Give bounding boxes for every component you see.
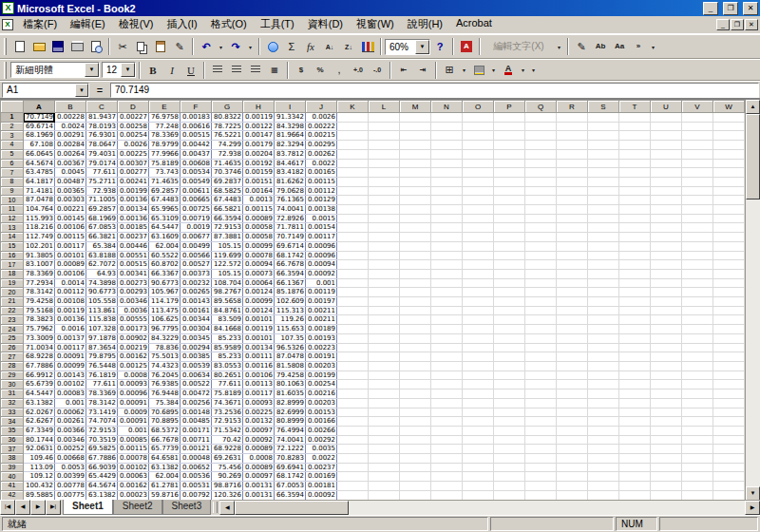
cell-A15[interactable]: 102.201	[24, 241, 55, 251]
cell-U2[interactable]	[651, 122, 682, 131]
new-workbook-button[interactable]	[10, 37, 29, 56]
cell-F6[interactable]: 0.00608	[180, 159, 212, 168]
cell-O9[interactable]	[463, 186, 494, 196]
cell-E39[interactable]: 63.1382	[149, 463, 180, 472]
column-header-L[interactable]: L	[369, 101, 400, 113]
cell-L16[interactable]	[369, 251, 400, 260]
cell-J29[interactable]: 0.00199	[306, 370, 337, 380]
cell-R34[interactable]	[557, 417, 588, 427]
cell-I42[interactable]: 66.3594	[275, 490, 306, 500]
cell-W42[interactable]	[713, 490, 745, 500]
cell-G2[interactable]: 78.7225	[212, 122, 243, 131]
cell-S16[interactable]	[588, 251, 619, 260]
cell-L34[interactable]	[369, 417, 400, 427]
cell-A27[interactable]: 68.9228	[24, 352, 55, 362]
cell-G21[interactable]: 89.5658	[212, 297, 243, 307]
cell-V21[interactable]	[682, 297, 713, 307]
cell-L14[interactable]	[369, 233, 400, 242]
row-header-36[interactable]: 36	[1, 435, 24, 445]
cell-F16[interactable]: 0.00566	[180, 251, 212, 260]
cell-F31[interactable]: 0.00472	[180, 390, 212, 399]
cell-U9[interactable]	[651, 186, 682, 196]
cell-T38[interactable]	[619, 454, 651, 464]
cell-E16[interactable]: 60.5522	[149, 251, 180, 260]
cell-M18[interactable]	[400, 269, 431, 278]
cell-H15[interactable]: 0.00099	[243, 241, 275, 251]
cell-K38[interactable]	[337, 454, 369, 464]
cell-B27[interactable]: 0.00091	[55, 352, 86, 362]
cell-V3[interactable]	[682, 131, 713, 141]
cell-H36[interactable]: 0.00092	[243, 435, 275, 445]
cell-V31[interactable]	[682, 390, 713, 399]
cell-P25[interactable]	[494, 333, 525, 343]
cell-A24[interactable]: 75.7962	[24, 325, 55, 334]
cell-A22[interactable]: 79.5168	[24, 306, 55, 315]
cell-D2[interactable]: 0.00258	[118, 122, 149, 131]
cell-A35[interactable]: 67.3349	[24, 426, 55, 435]
cell-B38[interactable]: 0.00668	[55, 454, 86, 464]
cell-U40[interactable]	[651, 472, 682, 482]
cell-F4[interactable]: 0.00442	[180, 141, 212, 150]
cell-E41[interactable]: 61.2781	[149, 482, 180, 491]
cell-M24[interactable]	[400, 325, 431, 334]
cell-C15[interactable]: 65.384	[86, 241, 118, 251]
row-header-21[interactable]: 21	[1, 297, 24, 307]
cell-N3[interactable]	[431, 131, 463, 141]
sheet-tab-sheet1[interactable]: Sheet1	[63, 500, 113, 515]
cell-I32[interactable]: 82.8999	[275, 398, 306, 408]
cell-P16[interactable]	[494, 251, 525, 260]
cell-V26[interactable]	[682, 343, 713, 352]
cell-Q40[interactable]	[525, 472, 557, 482]
cell-N35[interactable]	[431, 426, 463, 435]
cell-M25[interactable]	[400, 333, 431, 343]
cell-L3[interactable]	[369, 131, 400, 141]
cell-G18[interactable]: 105.15	[212, 269, 243, 278]
cell-N17[interactable]	[431, 260, 463, 270]
column-header-I[interactable]: I	[275, 101, 306, 113]
cell-F27[interactable]: 0.00385	[180, 352, 212, 362]
cell-A16[interactable]: 91.3805	[24, 251, 55, 260]
cell-B36[interactable]: 0.00346	[55, 435, 86, 445]
cell-U32[interactable]	[651, 398, 682, 408]
merge-center-button[interactable]: ▦	[265, 61, 284, 80]
cell-C1[interactable]: 81.9437	[86, 113, 118, 123]
cell-G11[interactable]: 66.5821	[212, 205, 243, 215]
doc-minimize-button[interactable]: _	[716, 19, 730, 30]
cell-V24[interactable]	[682, 325, 713, 334]
align-left-button[interactable]	[208, 61, 227, 80]
cell-S31[interactable]	[588, 390, 619, 399]
cell-G3[interactable]: 76.5221	[212, 131, 243, 141]
cell-H2[interactable]: 0.00122	[243, 122, 275, 131]
cell-K15[interactable]	[337, 241, 369, 251]
row-header-39[interactable]: 39	[1, 463, 24, 472]
cell-S1[interactable]	[588, 113, 619, 123]
cell-L13[interactable]	[369, 223, 400, 233]
cell-W24[interactable]	[713, 325, 745, 334]
cell-D15[interactable]: 0.00446	[118, 241, 149, 251]
cell-E31[interactable]: 76.9448	[149, 390, 180, 399]
cell-M27[interactable]	[400, 352, 431, 362]
cell-Q8[interactable]	[525, 177, 557, 186]
cell-N41[interactable]	[431, 482, 463, 491]
cell-V6[interactable]	[682, 159, 713, 168]
cell-V36[interactable]	[682, 435, 713, 445]
cell-L37[interactable]	[369, 445, 400, 454]
cell-I16[interactable]: 68.1742	[275, 251, 306, 260]
cell-E24[interactable]: 96.7795	[149, 325, 180, 334]
cell-J1[interactable]: 0.0026	[306, 113, 337, 123]
cell-I31[interactable]: 81.6035	[275, 390, 306, 399]
cell-Q12[interactable]	[525, 214, 557, 223]
cell-C6[interactable]: 79.0174	[86, 159, 118, 168]
cell-S3[interactable]	[588, 131, 619, 141]
cell-J34[interactable]: 0.00166	[306, 417, 337, 427]
cell-S28[interactable]	[588, 361, 619, 370]
cell-G6[interactable]: 71.4635	[212, 159, 243, 168]
cell-O31[interactable]	[463, 390, 494, 399]
cell-L42[interactable]	[369, 490, 400, 500]
cell-H24[interactable]: 0.00119	[243, 325, 275, 334]
cell-I11[interactable]: 74.0041	[275, 205, 306, 215]
print-preview-button[interactable]	[86, 37, 105, 56]
cell-O20[interactable]	[463, 288, 494, 297]
column-header-T[interactable]: T	[619, 101, 651, 113]
cell-T6[interactable]	[619, 159, 651, 168]
